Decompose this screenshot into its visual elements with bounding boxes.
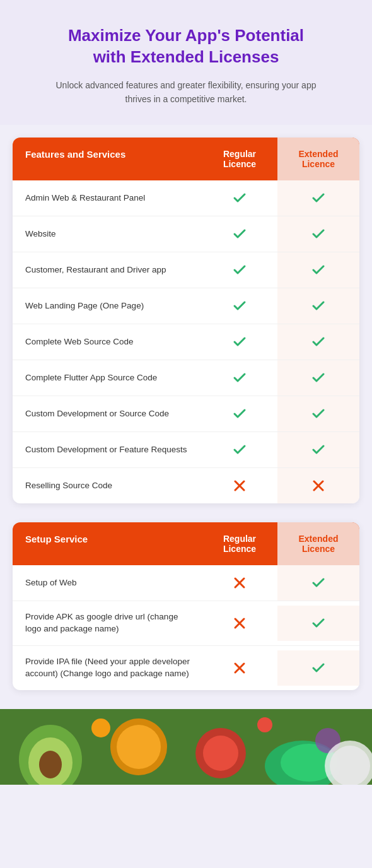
table-row: Reselling Source Code (13, 468, 359, 503)
svg-point-17 (203, 736, 238, 771)
extended-cell (277, 180, 359, 216)
check-icon (232, 262, 247, 278)
features-table-header: Features and Services Regular Licence Ex… (13, 138, 359, 180)
extended-cell (277, 252, 359, 288)
regular-cell (202, 288, 277, 324)
table-row: Web Landing Page (One Page) (13, 288, 359, 324)
features-table: Features and Services Regular Licence Ex… (13, 138, 359, 503)
extended-cell (277, 288, 359, 324)
row-label: Complete Web Source Code (13, 326, 202, 358)
extended-cell (277, 606, 359, 641)
row-label: Customer, Restaurant and Driver app (13, 254, 202, 286)
setup-table-header: Setup Service Regular Licence Extended L… (13, 522, 359, 565)
regular-cell (202, 606, 277, 641)
extended-cell (277, 650, 359, 686)
col-setup-label: Setup Service (13, 522, 202, 565)
check-icon (311, 370, 326, 385)
col-regular-label: Regular Licence (202, 138, 277, 180)
hero-subtitle: Unlock advanced features and greater fle… (47, 78, 325, 107)
table-row: Provide IPA file (Need your apple develo… (13, 646, 359, 690)
row-label: Custom Development or Feature Requests (13, 434, 202, 466)
check-icon (311, 226, 326, 242)
table-row: Custom Development or Source Code (13, 396, 359, 432)
setup-table: Setup Service Regular Licence Extended L… (13, 522, 359, 690)
regular-cell (202, 216, 277, 252)
regular-cell (202, 432, 277, 467)
col-extended-label: Extended Licence (277, 138, 359, 180)
check-icon (232, 406, 247, 421)
table-row: Complete Flutter App Source Code (13, 360, 359, 396)
cross-icon (232, 478, 247, 493)
row-label: Complete Flutter App Source Code (13, 362, 202, 394)
hero-title: Maximize Your App's Potentialwith Extend… (19, 25, 353, 68)
col-features-label: Features and Services (13, 138, 202, 180)
extended-cell (277, 216, 359, 252)
table-row: Custom Development or Feature Requests (13, 432, 359, 468)
extended-cell (277, 360, 359, 396)
check-icon (232, 334, 247, 349)
check-icon (311, 191, 326, 206)
svg-point-20 (91, 718, 110, 737)
extended-cell (277, 565, 359, 601)
table-row: Complete Web Source Code (13, 324, 359, 360)
row-label: Provide APK as google drive url (change … (13, 601, 202, 645)
svg-point-21 (257, 717, 272, 732)
regular-cell (202, 360, 277, 396)
extended-cell (277, 468, 359, 503)
table-row: Admin Web & Restaurant Panel (13, 180, 359, 216)
row-label: Reselling Source Code (13, 470, 202, 502)
cross-icon (232, 575, 247, 590)
check-icon (311, 334, 326, 349)
table-row: Provide APK as google drive url (change … (13, 601, 359, 646)
row-label: Provide IPA file (Need your apple develo… (13, 646, 202, 690)
cross-icon (232, 616, 247, 631)
regular-cell (202, 252, 277, 288)
regular-cell (202, 396, 277, 431)
cross-icon (311, 478, 326, 493)
row-label: Setup of Web (13, 567, 202, 599)
row-label: Custom Development or Source Code (13, 398, 202, 430)
col-extended-label2: Extended Licence (277, 522, 359, 565)
extended-cell (277, 396, 359, 431)
extended-cell (277, 432, 359, 467)
regular-cell (202, 180, 277, 216)
table-row: Website (13, 216, 359, 252)
svg-point-15 (117, 725, 161, 769)
check-icon (311, 616, 326, 631)
check-icon (311, 442, 326, 457)
check-icon (311, 660, 326, 676)
row-label: Web Landing Page (One Page) (13, 290, 202, 322)
check-icon (311, 406, 326, 421)
food-illustration (0, 709, 372, 785)
check-icon (311, 262, 326, 278)
cross-icon (232, 660, 247, 676)
table-row: Customer, Restaurant and Driver app (13, 252, 359, 288)
check-icon (232, 226, 247, 242)
table-row: Setup of Web (13, 565, 359, 601)
svg-point-24 (330, 746, 370, 785)
svg-point-13 (39, 751, 62, 778)
regular-cell (202, 468, 277, 503)
extended-cell (277, 324, 359, 360)
food-image-strip (0, 709, 372, 785)
hero-section: Maximize Your App's Potentialwith Extend… (0, 0, 372, 125)
check-icon (232, 442, 247, 457)
check-icon (232, 370, 247, 385)
col-regular-label2: Regular Licence (202, 522, 277, 565)
check-icon (311, 298, 326, 314)
check-icon (232, 298, 247, 314)
check-icon (311, 575, 326, 590)
row-label: Website (13, 218, 202, 250)
row-label: Admin Web & Restaurant Panel (13, 182, 202, 214)
regular-cell (202, 324, 277, 360)
regular-cell (202, 650, 277, 686)
regular-cell (202, 565, 277, 601)
check-icon (232, 191, 247, 206)
